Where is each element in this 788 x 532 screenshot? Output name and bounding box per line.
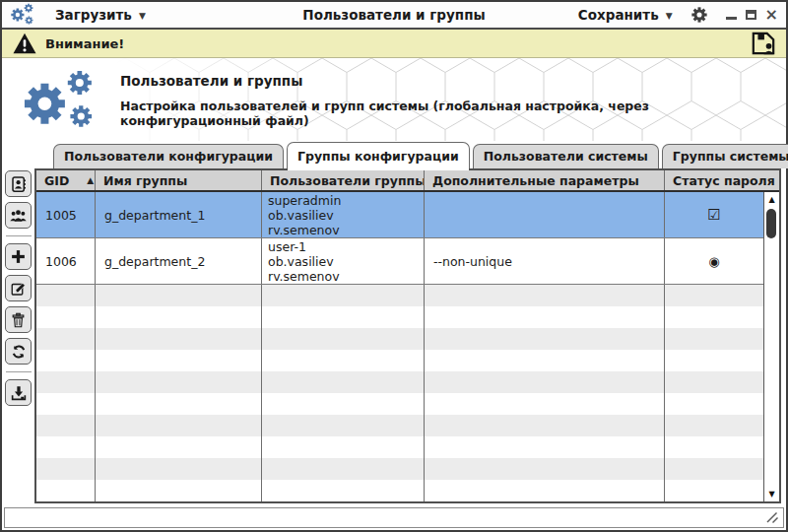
edit-button[interactable] <box>5 275 32 301</box>
cell-group-name: g_department_2 <box>96 238 262 284</box>
warning-triangle-icon <box>12 32 37 55</box>
empty-cell <box>665 480 763 501</box>
refresh-button[interactable] <box>5 338 32 365</box>
save-users-floppy-icon[interactable] <box>751 32 776 56</box>
empty-cell <box>425 350 665 371</box>
empty-cell <box>36 285 96 306</box>
empty-table-row[interactable] <box>36 393 763 415</box>
refresh-icon <box>10 343 28 361</box>
resize-grip-icon[interactable] <box>764 510 779 525</box>
side-toolbar <box>2 168 34 503</box>
groups-table: GID ▲ Имя группы Пользователи группы Доп… <box>34 168 781 503</box>
empty-table-row[interactable] <box>36 436 763 458</box>
save-menu-button[interactable]: Сохранить ▼ <box>574 5 677 25</box>
empty-cell <box>665 285 763 306</box>
chevron-down-icon: ▼ <box>139 9 146 21</box>
vertical-scrollbar[interactable]: ▲ ▼ <box>763 192 779 501</box>
toolbar-separator <box>6 235 32 236</box>
empty-cell <box>36 393 96 415</box>
empty-table-row[interactable] <box>36 480 763 501</box>
empty-cell <box>36 480 96 501</box>
warning-bar: Внимание! <box>2 30 786 58</box>
column-header-password-status[interactable]: Статус пароля <box>665 170 779 190</box>
tab-system-users[interactable]: Пользователи системы <box>473 144 659 168</box>
import-button[interactable] <box>5 379 32 406</box>
maximize-button[interactable] <box>746 10 756 20</box>
empty-cell <box>262 350 425 371</box>
empty-cell <box>96 458 262 480</box>
empty-cell <box>665 458 763 480</box>
column-header-label: GID <box>44 173 69 188</box>
empty-cell <box>36 350 96 371</box>
empty-cell <box>262 328 425 350</box>
empty-cell <box>425 371 665 393</box>
empty-cell <box>425 306 665 328</box>
table-empty-rows <box>36 285 763 501</box>
empty-cell <box>665 393 763 415</box>
empty-table-row[interactable] <box>36 371 763 393</box>
empty-cell <box>425 415 665 436</box>
empty-table-row[interactable] <box>36 306 763 328</box>
empty-cell <box>665 415 763 436</box>
scroll-down-button[interactable]: ▼ <box>764 487 779 501</box>
empty-cell <box>665 328 763 350</box>
empty-table-row[interactable] <box>36 458 763 480</box>
empty-table-row[interactable] <box>36 328 763 350</box>
column-header-group-users[interactable]: Пользователи группы <box>262 170 425 190</box>
page-header: Пользователи и группы Настройка пользова… <box>2 58 786 141</box>
empty-cell <box>36 458 96 480</box>
chevron-down-icon: ▼ <box>666 9 673 21</box>
empty-cell <box>425 436 665 458</box>
minimize-button[interactable] <box>726 10 737 20</box>
app-gears-logo-icon <box>10 3 35 27</box>
empty-table-row[interactable] <box>36 415 763 436</box>
cell-group-users: user-1 ob.vasiliev rv.semenov <box>262 238 425 284</box>
empty-cell <box>96 436 262 458</box>
table-header-row: GID ▲ Имя группы Пользователи группы Доп… <box>36 170 779 192</box>
empty-cell <box>262 371 425 393</box>
empty-cell <box>425 285 665 306</box>
delete-button[interactable] <box>5 306 32 333</box>
empty-table-row[interactable] <box>36 350 763 371</box>
scrollbar-thumb[interactable] <box>766 209 776 238</box>
app-window: Пользователи и группы Загрузить ▼ Сохран… <box>0 0 788 532</box>
contacts-button[interactable] <box>5 170 32 197</box>
main-content: GID ▲ Имя группы Пользователи группы Доп… <box>2 168 786 503</box>
scrollbar-track[interactable] <box>764 207 779 487</box>
empty-cell <box>425 480 665 501</box>
add-button[interactable] <box>5 243 32 270</box>
tab-config-groups[interactable]: Группы конфигурации <box>287 142 470 168</box>
warning-text: Внимание! <box>45 36 124 51</box>
empty-cell <box>96 350 262 371</box>
radio-selected-icon[interactable]: ◉ <box>665 238 763 284</box>
tab-system-groups[interactable]: Группы системы <box>662 144 788 168</box>
column-header-extra-params[interactable]: Дополнительные параметры <box>425 170 665 190</box>
tab-config-users[interactable]: Пользователи конфигурации <box>53 144 284 168</box>
edit-pencil-icon <box>10 280 28 298</box>
checkbox-checked-icon[interactable]: ☑ <box>665 192 763 237</box>
empty-cell <box>262 306 425 328</box>
trash-icon <box>10 311 27 329</box>
cell-gid: 1006 <box>36 238 96 284</box>
empty-cell <box>96 393 262 415</box>
toolbar-separator <box>6 371 32 372</box>
empty-cell <box>96 306 262 328</box>
titlebar: Пользователи и группы Загрузить ▼ Сохран… <box>2 2 786 30</box>
empty-cell <box>96 328 262 350</box>
empty-cell <box>36 306 96 328</box>
empty-cell <box>425 458 665 480</box>
settings-gear-icon[interactable] <box>690 6 708 24</box>
column-header-group-name[interactable]: Имя группы <box>96 170 262 190</box>
close-button[interactable]: × <box>765 10 778 20</box>
empty-table-row[interactable] <box>36 285 763 306</box>
groups-button[interactable] <box>5 202 32 229</box>
load-menu-button[interactable]: Загрузить ▼ <box>51 5 150 25</box>
empty-cell <box>36 328 96 350</box>
scroll-up-button[interactable]: ▲ <box>764 192 779 207</box>
status-bar <box>4 507 784 528</box>
column-header-gid[interactable]: GID ▲ <box>36 170 96 190</box>
table-row[interactable]: 1005 g_department_1 superadmin ob.vasili… <box>36 192 763 238</box>
table-row[interactable]: 1006 g_department_2 user-1 ob.vasiliev r… <box>36 238 763 285</box>
tab-bar: Пользователи конфигурации Группы конфигу… <box>2 141 786 168</box>
cell-group-name: g_department_1 <box>96 192 262 237</box>
